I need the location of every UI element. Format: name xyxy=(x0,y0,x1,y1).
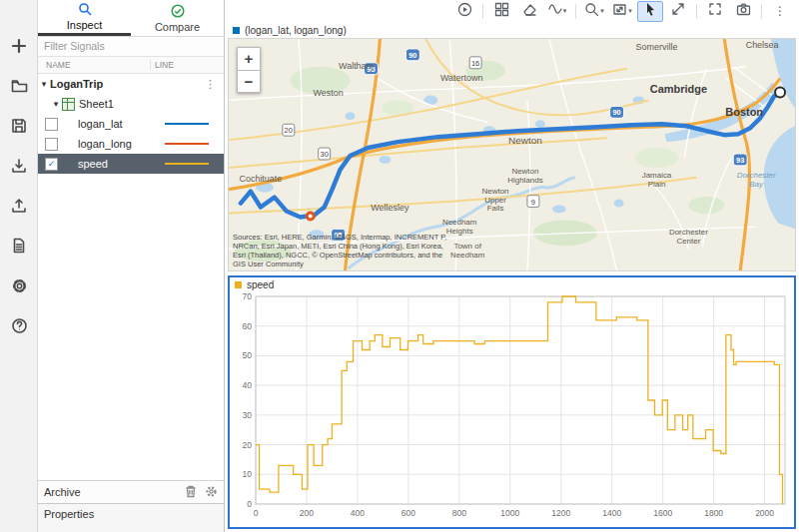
export-arrow-icon xyxy=(11,198,27,218)
signal-checkbox[interactable] xyxy=(45,118,58,131)
fullscreen-button[interactable] xyxy=(702,1,728,22)
signal-row-logan_lat[interactable]: logan_lat xyxy=(38,114,224,134)
column-line: LINE xyxy=(150,60,224,70)
run-row-logantrip[interactable]: ▾ LoganTrip ⋮ xyxy=(38,74,224,94)
create-report-button[interactable] xyxy=(0,228,38,267)
subplots-layout-button[interactable] xyxy=(488,1,514,22)
preferences-button[interactable] xyxy=(0,267,38,307)
folder-icon xyxy=(11,78,28,99)
gear-icon xyxy=(11,277,28,298)
speed-chart-subplot[interactable]: speed 0200400600800100012001400160018002… xyxy=(228,275,796,529)
collapse-caret-icon[interactable]: ▾ xyxy=(38,79,50,89)
plot-toolbar: ▾ ▾ ▾ xyxy=(225,0,799,22)
svg-text:Watertown: Watertown xyxy=(440,73,483,83)
signal-checkbox[interactable]: ✓ xyxy=(45,158,58,171)
zoom-out-button[interactable]: − xyxy=(237,70,261,93)
sheet-row[interactable]: ▾ Sheet1 xyxy=(38,94,224,114)
new-button[interactable] xyxy=(0,28,38,68)
row-menu-icon[interactable]: ⋮ xyxy=(205,78,216,91)
magnifier-icon xyxy=(78,2,92,18)
camera-icon xyxy=(736,2,751,20)
signal-name: speed xyxy=(78,158,150,170)
snapshot-button[interactable] xyxy=(730,1,756,22)
help-button[interactable] xyxy=(0,307,38,347)
svg-text:Upper: Upper xyxy=(484,196,506,205)
tab-label: Inspect xyxy=(67,19,102,31)
properties-section[interactable]: Properties xyxy=(38,503,224,532)
signal-rows: logan_latlogan_long✓speed xyxy=(38,114,224,174)
svg-text:Bay: Bay xyxy=(749,180,764,189)
zoom-in-button[interactable]: + xyxy=(237,47,261,70)
signal-name: logan_long xyxy=(78,138,150,150)
svg-text:90: 90 xyxy=(612,108,620,117)
open-button[interactable] xyxy=(0,68,38,108)
import-arrow-icon xyxy=(11,158,27,178)
svg-text:1800: 1800 xyxy=(704,508,723,518)
svg-text:Highlands: Highlands xyxy=(507,176,542,185)
svg-text:1000: 1000 xyxy=(500,508,519,518)
map-legend: (logan_lat, logan_long) xyxy=(228,23,796,38)
svg-text:16: 16 xyxy=(471,59,479,68)
signal-line-swatch xyxy=(165,163,209,165)
tab-compare[interactable]: Compare xyxy=(131,0,224,36)
zoom-button[interactable]: ▾ xyxy=(581,1,607,22)
run-circle-icon xyxy=(457,2,472,21)
more-options-button[interactable]: ⋮ xyxy=(767,1,793,22)
zoom-icon xyxy=(584,2,599,21)
signal-checkbox[interactable] xyxy=(45,138,58,151)
pointer-tool-button[interactable] xyxy=(637,1,663,22)
svg-text:10: 10 xyxy=(243,469,253,479)
svg-text:30: 30 xyxy=(321,150,329,159)
map-attribution: Sources: Esri, HERE, Garmin, USGS, Inter… xyxy=(233,233,447,268)
svg-text:600: 600 xyxy=(401,508,415,518)
column-name: NAME xyxy=(38,60,150,70)
signal-wave-icon xyxy=(548,2,562,20)
archive-section[interactable]: Archive xyxy=(38,480,224,503)
signal-row-logan_long[interactable]: logan_long xyxy=(38,134,224,154)
export-button[interactable] xyxy=(0,188,38,228)
svg-text:Plain: Plain xyxy=(648,180,666,189)
question-icon xyxy=(11,317,28,338)
left-toolbar xyxy=(0,0,38,532)
signal-display-button[interactable]: ▾ xyxy=(544,1,570,22)
svg-text:60: 60 xyxy=(243,321,253,331)
svg-text:1200: 1200 xyxy=(551,508,570,518)
save-button[interactable] xyxy=(0,108,38,148)
svg-text:Somerville: Somerville xyxy=(636,42,678,52)
pan-diagonal-arrows-icon xyxy=(671,2,685,20)
svg-text:Newton: Newton xyxy=(511,167,538,176)
main-plot-area: ▾ ▾ ▾ xyxy=(225,0,799,532)
tab-inspect[interactable]: Inspect xyxy=(38,0,131,36)
svg-text:1400: 1400 xyxy=(602,508,621,518)
svg-text:400: 400 xyxy=(351,508,365,518)
svg-text:Falls: Falls xyxy=(487,205,504,214)
pan-button[interactable] xyxy=(665,1,691,22)
map-subplot[interactable]: (logan_lat, logan_long) xyxy=(228,23,796,271)
signal-line-swatch xyxy=(165,143,209,145)
pointer-icon xyxy=(643,2,657,20)
chevron-down-icon: ▾ xyxy=(563,7,567,15)
fit-to-view-button[interactable]: ▾ xyxy=(609,1,635,22)
svg-text:Newton: Newton xyxy=(482,187,509,196)
document-icon xyxy=(11,238,27,258)
collapse-caret-icon[interactable]: ▾ xyxy=(50,99,62,109)
eraser-icon xyxy=(522,2,537,21)
run-button[interactable] xyxy=(451,1,477,22)
trash-icon[interactable] xyxy=(185,485,197,500)
svg-text:0: 0 xyxy=(254,508,259,518)
import-button[interactable] xyxy=(0,148,38,188)
svg-text:50: 50 xyxy=(243,350,253,360)
svg-text:Cochituate: Cochituate xyxy=(239,174,282,184)
archive-settings-gear-icon[interactable] xyxy=(205,485,218,500)
filter-signals-input[interactable]: Filter Signals xyxy=(38,37,224,57)
svg-text:Chelsea: Chelsea xyxy=(746,40,779,50)
chart-legend-label: speed xyxy=(247,279,274,290)
simulation-data-inspector: Inspect Compare Filter Signals NAME LINE… xyxy=(0,0,799,532)
clear-subplots-button[interactable] xyxy=(516,1,542,22)
map-canvas[interactable]: 90909595931620309 WalthamWestonWatertown… xyxy=(228,38,796,271)
svg-text:Boston: Boston xyxy=(725,106,763,118)
svg-text:Waltham: Waltham xyxy=(339,61,374,71)
spreadsheet-icon xyxy=(62,98,75,111)
chevron-down-icon: ▾ xyxy=(628,7,632,15)
signal-row-speed[interactable]: ✓speed xyxy=(38,154,224,174)
